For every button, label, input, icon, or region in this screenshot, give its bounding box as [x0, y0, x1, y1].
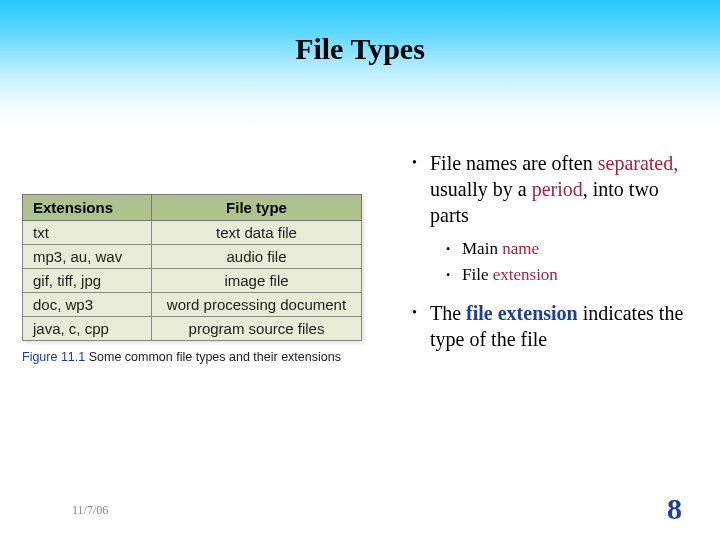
slide-title: File Types: [0, 32, 720, 66]
bullet-dot-icon: •: [412, 300, 430, 352]
keyword: period: [532, 178, 583, 200]
right-column: • File names are often separated, usuall…: [402, 150, 720, 480]
slide: File Types Extensions File type txt text…: [0, 0, 720, 540]
bullet-text: File names are often separated, usually …: [430, 150, 690, 228]
text-fragment: Main: [462, 239, 502, 258]
table-row: doc, wp3 word processing document: [23, 293, 362, 317]
figure-number: Figure 11.1: [22, 350, 85, 364]
cell-type: audio file: [152, 245, 362, 269]
text-fragment: File names are often: [430, 152, 598, 174]
file-types-table: Extensions File type txt text data file …: [22, 194, 362, 341]
col-header-extensions: Extensions: [23, 195, 152, 221]
sub-bullet-list: • Main name • File extension: [446, 238, 690, 286]
table-header-row: Extensions File type: [23, 195, 362, 221]
footer-date: 11/7/06: [72, 503, 108, 518]
table-row: java, c, cpp program source files: [23, 317, 362, 341]
col-header-filetype: File type: [152, 195, 362, 221]
text-fragment: usually by a: [430, 178, 532, 200]
bullet-dot-icon: •: [446, 264, 462, 286]
text-fragment: The: [430, 302, 466, 324]
cell-ext: java, c, cpp: [23, 317, 152, 341]
cell-ext: gif, tiff, jpg: [23, 269, 152, 293]
table-row: gif, tiff, jpg image file: [23, 269, 362, 293]
bullet-item: • The file extension indicates the type …: [412, 300, 690, 352]
figure-caption-text: Some common file types and their extensi…: [85, 350, 341, 364]
text-fragment: File: [462, 265, 493, 284]
keyword: separated,: [598, 152, 679, 174]
figure-caption: Figure 11.1 Some common file types and t…: [22, 349, 352, 366]
bullet-item: • File names are often separated, usuall…: [412, 150, 690, 228]
left-column: Extensions File type txt text data file …: [0, 150, 402, 480]
cell-ext: doc, wp3: [23, 293, 152, 317]
cell-ext: mp3, au, wav: [23, 245, 152, 269]
cell-type: program source files: [152, 317, 362, 341]
bullet-text: Main name: [462, 238, 539, 260]
table-row: txt text data file: [23, 221, 362, 245]
bullet-dot-icon: •: [446, 238, 462, 260]
sub-bullet-item: • Main name: [446, 238, 690, 260]
bullet-text: The file extension indicates the type of…: [430, 300, 690, 352]
keyword-bold: file extension: [466, 302, 578, 324]
bullet-dot-icon: •: [412, 150, 430, 228]
body-columns: Extensions File type txt text data file …: [0, 150, 720, 480]
cell-type: text data file: [152, 221, 362, 245]
keyword: name: [502, 239, 539, 258]
cell-type: word processing document: [152, 293, 362, 317]
bullet-text: File extension: [462, 264, 558, 286]
table-row: mp3, au, wav audio file: [23, 245, 362, 269]
sub-bullet-item: • File extension: [446, 264, 690, 286]
keyword: extension: [493, 265, 558, 284]
page-number: 8: [667, 492, 682, 526]
cell-type: image file: [152, 269, 362, 293]
cell-ext: txt: [23, 221, 152, 245]
